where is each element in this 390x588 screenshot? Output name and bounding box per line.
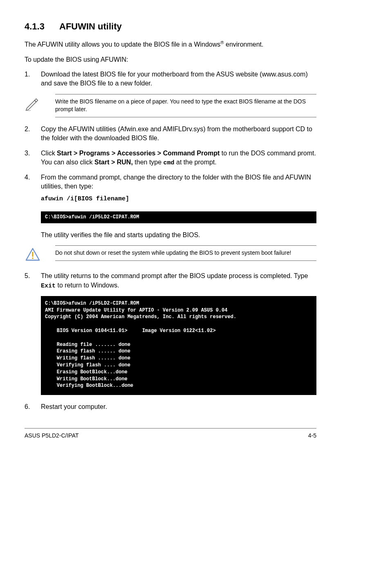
page-footer: ASUS P5LD2-C/IPAT 4-5 bbox=[25, 428, 316, 440]
step-2: 2. Copy the AFUWIN utilities (Afwin.exe … bbox=[25, 125, 316, 143]
section-number: 4.1.3 bbox=[25, 20, 59, 33]
terminal-output-2: C:\BIOS>afuwin /iP5LD2-CIPAT.ROM AMI Fir… bbox=[41, 296, 316, 395]
step-3: 3. Click Start > Programs > Accessories … bbox=[25, 149, 316, 167]
section-title: AFUWIN utility bbox=[59, 21, 122, 31]
step-4: 4. From the command prompt, change the d… bbox=[25, 173, 316, 206]
step-6: 6. Restart your computer. bbox=[25, 402, 316, 411]
intro-line-1: The AFUWIN utility allows you to update … bbox=[25, 40, 316, 49]
note-text-1: Write the BIOS filename on a piece of pa… bbox=[55, 94, 316, 117]
note-text-2: Do not shut down or reset the system whi… bbox=[55, 245, 316, 261]
step-1: 1. Download the latest BIOS file for you… bbox=[25, 70, 316, 88]
step-5: 5. The utility returns to the command pr… bbox=[25, 272, 316, 290]
note-box-1: Write the BIOS filename on a piece of pa… bbox=[25, 94, 316, 117]
warning-icon bbox=[25, 245, 45, 264]
terminal-output-1: C:\BIOS>afuwin /iP5LD2-CIPAT.ROM bbox=[41, 211, 316, 223]
svg-point-1 bbox=[32, 258, 33, 259]
pencil-icon bbox=[25, 94, 45, 114]
intro-line-2: To update the BIOS using AFUWIN: bbox=[25, 55, 316, 64]
footer-left: ASUS P5LD2-C/IPAT bbox=[25, 432, 79, 440]
verify-text: The utility verifies the file and starts… bbox=[41, 231, 316, 240]
section-heading: 4.1.3AFUWIN utility bbox=[25, 20, 316, 33]
note-box-2: Do not shut down or reset the system whi… bbox=[25, 245, 316, 264]
footer-right: 4-5 bbox=[308, 432, 316, 440]
